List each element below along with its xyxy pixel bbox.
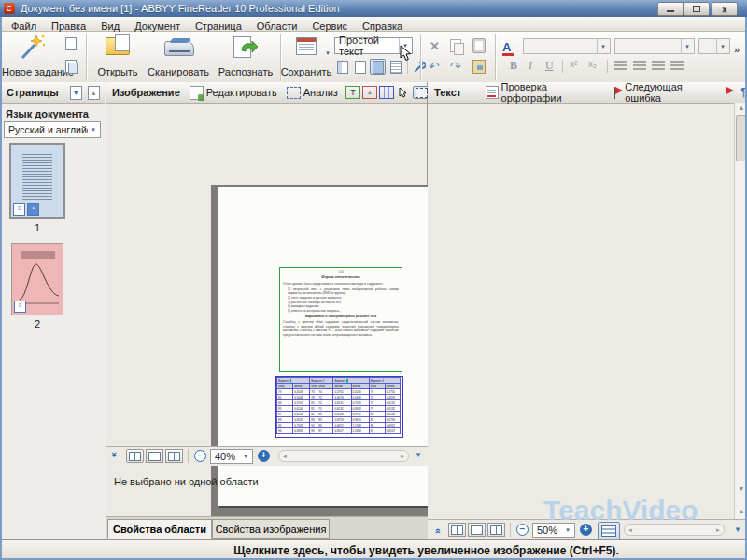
page-export-icon[interactable]: ▲: [88, 86, 100, 100]
zoom-in-button[interactable]: +: [580, 524, 592, 536]
thumb-save-icon: ▪: [27, 203, 39, 216]
zoom-out-button[interactable]: −: [194, 450, 206, 462]
font-style-combo[interactable]: ▼: [614, 38, 695, 54]
zoom-window-button[interactable]: [598, 522, 620, 540]
scroll-right-icon[interactable]: ►: [400, 454, 405, 459]
language-combo[interactable]: Русский и английс... ▼: [4, 121, 101, 138]
tab-image-properties[interactable]: Свойства изображения: [212, 519, 330, 539]
recognize-button[interactable]: Распознать: [215, 34, 276, 78]
font-size-combo[interactable]: ▼: [698, 38, 730, 54]
text-area-tool[interactable]: T: [345, 86, 360, 99]
table-cell[interactable]: 93: [310, 428, 317, 434]
mode-image-button[interactable]: [370, 59, 386, 75]
new-task-button[interactable]: Новое задание: [6, 34, 60, 78]
table-cell[interactable]: 87: [317, 428, 333, 434]
status-bar[interactable]: Щелкните здесь, чтобы увидеть увеличенно…: [0, 539, 747, 560]
image-panel: Изображение Редактировать Анализ T ▲ ✕: [106, 82, 428, 539]
open-button[interactable]: Открыть: [93, 34, 142, 78]
align-center-button[interactable]: [633, 61, 646, 71]
mode-page-button[interactable]: [352, 59, 368, 75]
layout-both-button[interactable]: [448, 523, 466, 537]
page-export-arrow: ▲: [91, 90, 97, 96]
text-area-frame[interactable]: 144 Форма отчетности Отчет должен быть п…: [279, 267, 402, 372]
marquee-icon: [416, 88, 428, 98]
next-error-button[interactable]: Следующая ошибка: [613, 81, 717, 104]
subscript-button[interactable]: x₂: [588, 59, 597, 69]
area-status-text: Не выбрано ни одной области: [114, 476, 259, 487]
align-right-button[interactable]: [652, 61, 665, 71]
mouse-cursor: [400, 45, 413, 62]
maximize-button[interactable]: [684, 2, 710, 16]
prev-error-flag-icon[interactable]: [725, 87, 734, 99]
image-area-tool[interactable]: ▲: [362, 86, 377, 99]
main-toolbar: Новое задание Открыть Сканировать: [0, 32, 747, 83]
layout-vertical-button[interactable]: [165, 449, 183, 463]
scroll-left-icon[interactable]: ◄: [627, 527, 633, 533]
font-color-button[interactable]: A: [502, 38, 514, 56]
superscript-button[interactable]: x²: [570, 59, 577, 69]
scan-button[interactable]: Сканировать: [144, 34, 213, 78]
document-list-item: 5) ответы на контрольные вопросы.: [288, 309, 399, 314]
panel-resize-icon[interactable]: ▼: [415, 451, 422, 459]
table-cell[interactable]: 1,1864: [351, 428, 369, 434]
scroll-right-icon[interactable]: ►: [715, 527, 721, 533]
toolbar-overflow-button[interactable]: »: [734, 44, 740, 55]
column-header-cell[interactable]: shtat: [310, 384, 317, 389]
expand-chevron-icon[interactable]: »: [431, 528, 443, 534]
copy-page-button[interactable]: [65, 60, 77, 73]
scroll-left-icon[interactable]: ◄: [282, 454, 288, 459]
table-area-tool[interactable]: [379, 86, 394, 99]
mode-thumbnails-button[interactable]: [334, 59, 350, 75]
thumbnail-page-2[interactable]: ≡: [11, 243, 63, 315]
zoom-out-button[interactable]: −: [516, 524, 529, 536]
toolbar-separator: [420, 34, 421, 80]
title-bar[interactable]: Документ без имени [1] - ABBYY FineReade…: [0, 0, 747, 17]
undo-button[interactable]: ↶: [429, 59, 440, 74]
layout-horizontal-button[interactable]: [146, 449, 163, 463]
minimize-button[interactable]: [657, 2, 684, 16]
redo-button[interactable]: ↷: [450, 59, 461, 74]
language-value: Русский и английс...: [8, 124, 88, 135]
paste-button[interactable]: [472, 38, 486, 53]
collapse-chevron-icon[interactable]: »: [109, 452, 120, 457]
save-dropdown-arrow[interactable]: ▼: [325, 50, 331, 56]
zoom-in-button[interactable]: +: [258, 450, 270, 462]
copy-button[interactable]: [450, 39, 461, 52]
text-horizontal-scrollbar[interactable]: ◄ ►: [624, 524, 725, 536]
zoom-combo[interactable]: 40% ▼: [210, 449, 253, 464]
align-justify-button[interactable]: [670, 61, 684, 71]
layout-both-icon: [129, 452, 141, 461]
cut-button[interactable]: ✕: [430, 39, 440, 53]
layout-both-button[interactable]: [126, 449, 144, 463]
table-cell[interactable]: 0,8107: [333, 428, 351, 434]
table-cell[interactable]: 0,8308: [293, 428, 310, 434]
zoom-value: 50%: [537, 525, 557, 536]
table-cell[interactable]: 87: [369, 428, 385, 434]
edit-image-button[interactable]: Редактировать: [190, 86, 277, 100]
close-button[interactable]: x: [712, 2, 738, 16]
table-cell[interactable]: 96: [277, 428, 293, 434]
recognized-table[interactable]: Вариант 1Вариант 2Вариант 3Вариант 4shta…: [276, 377, 401, 434]
table-cell[interactable]: 0,8107: [385, 428, 400, 434]
align-left-button[interactable]: [614, 61, 627, 71]
underline-button[interactable]: U: [545, 59, 554, 73]
italic-button[interactable]: I: [529, 59, 532, 73]
thumbnail-page-1[interactable]: ≡ ▪: [9, 143, 65, 219]
keyboard-icon: [601, 525, 616, 537]
font-family-combo[interactable]: ▼: [523, 38, 611, 54]
layout-horizontal-button[interactable]: [468, 523, 486, 537]
zoom-combo[interactable]: 50% ▼: [532, 523, 575, 538]
add-page-button[interactable]: [65, 37, 77, 50]
tab-area-properties[interactable]: Свойства области: [107, 519, 212, 539]
select-area-tool[interactable]: [396, 86, 411, 99]
image-horizontal-scrollbar[interactable]: ◄ ►: [278, 450, 409, 462]
page-import-icon[interactable]: ▼: [70, 86, 82, 100]
table-area-frame[interactable]: Вариант 1Вариант 2Вариант 3Вариант 4shta…: [275, 376, 403, 438]
spellcheck-button[interactable]: Проверка орфографии: [486, 81, 605, 104]
insert-image-button[interactable]: [472, 60, 486, 74]
layout-vertical-button[interactable]: [487, 523, 505, 537]
analyze-button[interactable]: Анализ: [287, 87, 338, 99]
bold-button[interactable]: B: [510, 59, 517, 73]
panel-resize-icon[interactable]: ▼: [734, 525, 741, 534]
save-button[interactable]: Сохранить: [286, 34, 327, 78]
